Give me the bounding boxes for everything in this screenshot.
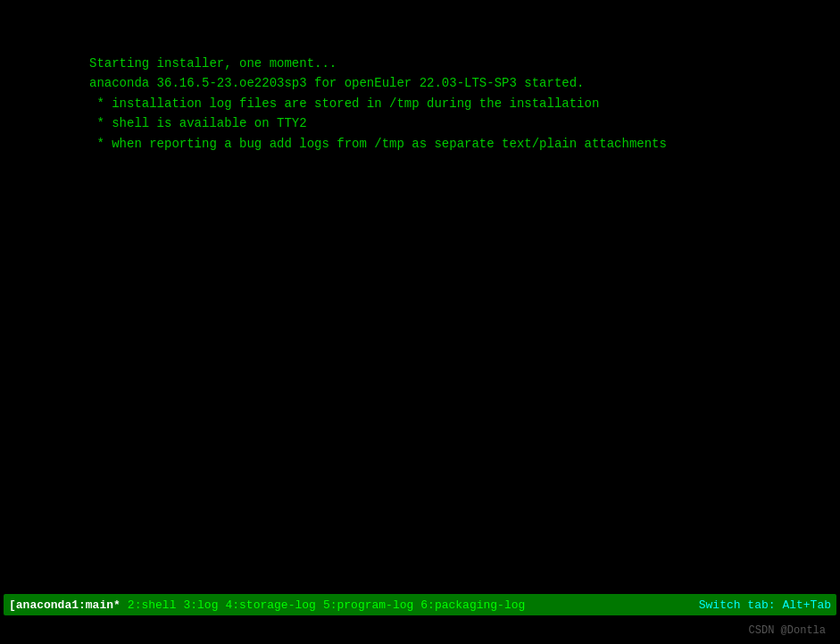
terminal-line-2: anaconda 36.16.5-23.oe2203sp3 for openEu… (89, 73, 751, 93)
tab-packaging-log[interactable]: 6:packaging-log (420, 598, 525, 612)
terminal-line-5: * when reporting a bug add logs from /tm… (89, 134, 751, 154)
tab-bar: [anaconda1:main* 2:shell 3:log 4:storage… (4, 594, 836, 615)
terminal-line-4: * shell is available on TTY2 (89, 113, 751, 133)
tab-storage-log[interactable]: 4:storage-log (225, 598, 315, 612)
terminal-line-1: Starting installer, one moment... (89, 54, 751, 73)
terminal-content: Starting installer, one moment... anacon… (0, 0, 840, 592)
tab-switch-hint: Switch tab: Alt+Tab (699, 598, 831, 612)
tab-log[interactable]: 3:log (183, 598, 218, 612)
terminal-screen: Starting installer, one moment... anacon… (0, 0, 840, 644)
bottom-bar: [anaconda1:main* 2:shell 3:log 4:storage… (0, 592, 840, 617)
tab-shell[interactable]: 2:shell (128, 598, 177, 612)
watermark: CSDN @Dontla (749, 624, 826, 637)
tab-program-log[interactable]: 5:program-log (323, 598, 413, 612)
terminal-line-3: * installation log files are stored in /… (89, 94, 751, 113)
tab-anaconda-main[interactable]: [anaconda1:main* (9, 598, 121, 612)
